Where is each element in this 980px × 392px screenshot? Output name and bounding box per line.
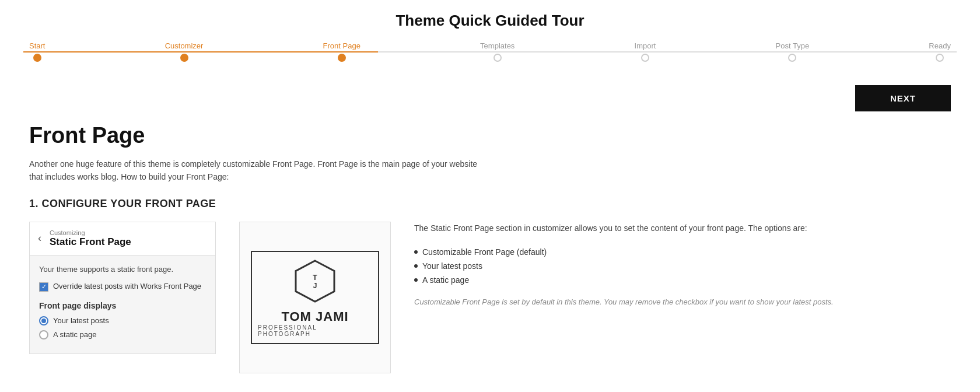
hex-logo-icon: T J: [292, 258, 338, 304]
step-dot-import: [641, 54, 649, 62]
radio-static-page[interactable]: A static page: [39, 330, 206, 340]
customizer-back-icon[interactable]: ‹: [38, 232, 41, 244]
next-button[interactable]: NEXT: [855, 85, 951, 111]
step-label-start: Start: [29, 41, 45, 50]
step-dot-customizer: [180, 54, 188, 62]
logo-subtitle: PROFESSIONAL PHOTOGRAPH: [258, 324, 372, 337]
progress-bar: Start Customizer Front Page Templates Im…: [23, 41, 957, 62]
bullet-dot-icon: [414, 250, 418, 254]
section-title: Front Page: [29, 123, 951, 148]
customizer-body: Your theme supports a static front page.…: [30, 256, 215, 354]
radio-latest-posts[interactable]: Your latest posts: [39, 316, 206, 326]
customizer-checkbox-row: ✓ Override latest posts with Works Front…: [39, 282, 206, 292]
content-area: NEXT Front Page Another one huge feature…: [23, 85, 957, 373]
right-note: Customizable Front Page is set by defaul…: [414, 296, 951, 309]
preview-image: T J TOM JAMI PROFESSIONAL PHOTOGRAPH: [239, 222, 391, 373]
step-label-post-type: Post Type: [776, 41, 810, 50]
step-post-type[interactable]: Post Type: [776, 41, 810, 62]
step-ready[interactable]: Ready: [929, 41, 951, 62]
bullet-item-0: Customizable Front Page (default): [422, 247, 547, 257]
list-item: A static page: [414, 273, 951, 287]
step-customizer[interactable]: Customizer: [165, 41, 204, 62]
list-item: Your latest posts: [414, 259, 951, 273]
step-templates[interactable]: Templates: [480, 41, 514, 62]
checkbox-label: Override latest posts with Works Front P…: [53, 282, 201, 290]
page-title: Theme Quick Guided Tour: [23, 12, 957, 30]
svg-text:J: J: [313, 282, 317, 290]
configure-heading: 1. CONFIGURE YOUR FRONT PAGE: [29, 198, 951, 210]
override-checkbox[interactable]: ✓: [39, 282, 48, 292]
two-column-layout: ‹ Customizing Static Front Page Your the…: [29, 222, 951, 373]
customizer-title: Static Front Page: [50, 236, 131, 248]
customizer-header: ‹ Customizing Static Front Page: [30, 222, 215, 256]
step-dot-front-page: [338, 54, 346, 62]
step-label-import: Import: [635, 41, 656, 50]
step-dot-ready: [936, 54, 944, 62]
section-description: Another one huge feature of this theme i…: [29, 158, 484, 184]
page-wrapper: Theme Quick Guided Tour Start Customizer…: [0, 0, 980, 385]
svg-text:T: T: [313, 274, 317, 282]
next-button-row: NEXT: [29, 85, 951, 111]
list-item: Customizable Front Page (default): [414, 245, 951, 259]
bullet-item-1: Your latest posts: [422, 261, 482, 271]
radio-static-page-label: A static page: [53, 330, 96, 339]
bullet-item-2: A static page: [422, 275, 469, 285]
step-start[interactable]: Start: [29, 41, 45, 62]
step-label-ready: Ready: [929, 41, 951, 50]
checkmark-icon: ✓: [41, 283, 47, 290]
radio-static-page-circle[interactable]: [39, 330, 48, 340]
bullet-dot-icon: [414, 278, 418, 282]
customizer-panel: ‹ Customizing Static Front Page Your the…: [29, 222, 216, 354]
front-page-displays-label: Front page displays: [39, 301, 206, 310]
step-dot-post-type: [788, 54, 796, 62]
customizer-support-text: Your theme supports a static front page.: [39, 265, 206, 274]
radio-latest-posts-label: Your latest posts: [53, 316, 109, 325]
right-info: The Static Front Page section in customi…: [414, 222, 951, 309]
bullet-list: Customizable Front Page (default) Your l…: [414, 245, 951, 287]
step-label-customizer: Customizer: [165, 41, 204, 50]
radio-latest-posts-circle[interactable]: [39, 316, 48, 326]
step-label-front-page: Front Page: [323, 41, 360, 50]
customizer-header-text: Customizing Static Front Page: [50, 229, 131, 248]
customizer-sub-label: Customizing: [50, 229, 131, 236]
right-description: The Static Front Page section in customi…: [414, 222, 951, 236]
bullet-dot-icon: [414, 264, 418, 268]
step-import[interactable]: Import: [635, 41, 656, 62]
step-dot-templates: [494, 54, 502, 62]
logo-name: TOM JAMI: [281, 309, 348, 324]
logo-mockup: T J TOM JAMI PROFESSIONAL PHOTOGRAPH: [251, 251, 379, 344]
step-label-templates: Templates: [480, 41, 514, 50]
step-front-page[interactable]: Front Page: [323, 41, 360, 62]
step-dot-start: [33, 54, 41, 62]
